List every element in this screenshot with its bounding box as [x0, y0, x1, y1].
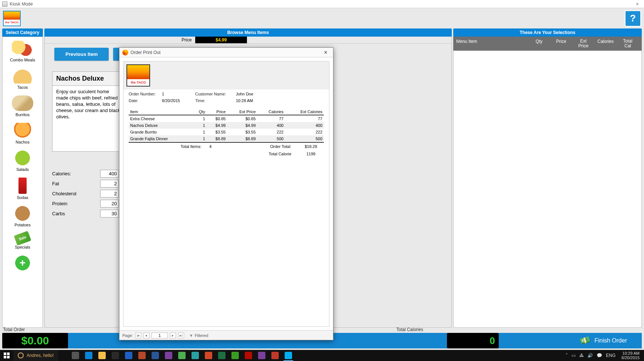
- category-item[interactable]: Tacos: [3, 66, 43, 93]
- receipt-col: Ext Calories: [285, 109, 324, 115]
- pager-next-button[interactable]: ▸: [170, 333, 176, 338]
- category-thumb: [14, 231, 31, 246]
- app2-icon: [271, 352, 279, 359]
- window-close-icon[interactable]: ×: [633, 1, 642, 7]
- taskbar-app-store[interactable]: [109, 350, 122, 361]
- tray-volume-icon[interactable]: 🔊: [587, 353, 593, 358]
- tray-notifications-icon[interactable]: 💬: [597, 353, 602, 358]
- category-thumb: [18, 178, 27, 194]
- pager-page-input[interactable]: [152, 333, 168, 338]
- tray-chevron-up-icon[interactable]: ˄: [566, 353, 568, 358]
- col-total-cal: TotalCal: [617, 39, 639, 48]
- category-thumb: [12, 41, 33, 56]
- nutrition-value: 20: [100, 200, 119, 208]
- system-tray[interactable]: ˄ ▭ 🖧 🔊 💬 ENG 10:29 AM 8/20/2015: [566, 351, 644, 360]
- nutrition-row: Protein 20: [52, 200, 119, 208]
- pager-first-button[interactable]: |◂: [135, 333, 141, 338]
- dialog-titlebar[interactable]: Order Print Out ×: [119, 48, 333, 57]
- category-label: Combo Meals: [10, 58, 35, 62]
- logo-text: the TACO MAKER: [4, 20, 20, 26]
- nutrition-key: Cholesterol: [52, 191, 100, 196]
- cortana-icon: [18, 352, 24, 358]
- nutrition-value: 400: [100, 170, 119, 178]
- onenote-icon: [165, 352, 172, 359]
- nutrition-key: Fat: [52, 181, 100, 186]
- word-icon: [152, 352, 159, 359]
- category-item[interactable]: [3, 253, 43, 276]
- col-calories: Calories: [594, 39, 617, 48]
- category-item[interactable]: Potatoes: [3, 203, 43, 231]
- pager-filter-label[interactable]: Filtered: [195, 333, 209, 338]
- explorer-icon: [98, 352, 106, 359]
- taskbar-app-onenote[interactable]: [162, 350, 175, 361]
- taskbar-app-access[interactable]: [136, 350, 148, 361]
- tray-network-icon[interactable]: 🖧: [579, 353, 584, 358]
- category-label: Potatoes: [14, 223, 30, 227]
- cortana-search[interactable]: Andres, hello!: [13, 350, 58, 361]
- item-price: $4.99: [195, 37, 247, 43]
- taskbar-app-utorrent[interactable]: [229, 350, 241, 361]
- pager-prev-button[interactable]: ◂: [143, 333, 149, 338]
- category-item[interactable]: Specials: [3, 231, 43, 253]
- windows-taskbar: Andres, hello! ˄ ▭ 🖧 🔊 💬 ENG 10:29 AM 8/…: [0, 350, 644, 361]
- svg-rect-3: [7, 356, 10, 358]
- app-logo: the TACO MAKER: [3, 11, 21, 26]
- receipt-col: Calories: [257, 109, 285, 115]
- total-calories-label: Total Calories: [396, 327, 423, 332]
- nutrition-table: Calories: 400Fat 2Cholesterol 2Protein 2…: [52, 170, 119, 220]
- taskbar-app-chrome[interactable]: [176, 350, 188, 361]
- taskbar-app-onenote2[interactable]: [255, 350, 268, 361]
- receipt-col: Ext Price: [227, 109, 257, 115]
- window-titlebar: Kiosk Mode ×: [0, 0, 644, 8]
- finish-order-button[interactable]: 💵 Finish Order: [565, 333, 642, 348]
- category-item[interactable]: Nachos: [3, 121, 43, 148]
- receipt-date: 8/20/2015: [162, 98, 195, 103]
- price-header: Price $4.99: [45, 37, 451, 44]
- category-thumb: [12, 206, 33, 221]
- dialog-title: Order Print Out: [131, 50, 160, 55]
- item-description: Enjoy our suculent home made chips with …: [52, 86, 126, 152]
- powerpoint-icon: [205, 352, 212, 359]
- category-item[interactable]: Salads: [3, 148, 43, 175]
- receipt-time: 10:28 AM: [236, 98, 324, 103]
- svg-rect-0: [4, 352, 6, 355]
- taskbar-app-app1[interactable]: [189, 350, 201, 361]
- receipt-order-number: 1: [162, 92, 195, 96]
- category-list[interactable]: Combo Meals Tacos Burritos Nachos Salads…: [2, 37, 43, 328]
- taskbar-time: 10:29 AM: [621, 351, 640, 355]
- excel-icon: [218, 352, 226, 359]
- taskbar-app-skype[interactable]: [282, 350, 295, 361]
- taskbar-app-outlook[interactable]: [122, 350, 135, 361]
- category-thumb: [12, 150, 33, 166]
- category-item[interactable]: Burritos: [3, 93, 43, 121]
- nutrition-row: Cholesterol 2: [52, 190, 119, 198]
- taskbar-app-app2[interactable]: [269, 350, 281, 361]
- category-label: Salads: [16, 167, 29, 172]
- pager-label: Page:: [122, 333, 133, 338]
- dialog-close-icon[interactable]: ×: [321, 50, 330, 55]
- category-item[interactable]: Combo Meals: [3, 38, 43, 66]
- filter-icon[interactable]: ▼: [189, 333, 193, 338]
- taskbar-app-explorer[interactable]: [96, 350, 108, 361]
- receipt-row: Extra Cheese1$0.85$0.857777: [129, 115, 324, 122]
- taskbar-app-taskview[interactable]: [69, 350, 82, 361]
- edge-icon: [85, 352, 92, 359]
- start-button[interactable]: [0, 350, 13, 361]
- skype-icon: [285, 352, 292, 359]
- selections-columns: Menu Item Qty Price ExtPrice Calories To…: [453, 37, 642, 51]
- taskbar-app-powerpoint[interactable]: [202, 350, 215, 361]
- category-item[interactable]: Sodas: [3, 175, 43, 203]
- svg-rect-2: [4, 356, 6, 358]
- taskbar-app-edge[interactable]: [82, 350, 95, 361]
- taskbar-app-acrobat[interactable]: [242, 350, 255, 361]
- previous-item-button[interactable]: Previous Item: [54, 48, 109, 61]
- order-printout-dialog: Order Print Out × the TACO MAKER Order N…: [119, 47, 333, 340]
- pager-last-button[interactable]: ▸|: [178, 333, 184, 338]
- taskbar-app-excel[interactable]: [216, 350, 228, 361]
- taskbar-clock[interactable]: 10:29 AM 8/20/2015: [619, 351, 642, 360]
- tray-battery-icon[interactable]: ▭: [572, 353, 576, 358]
- help-button[interactable]: ?: [625, 10, 641, 27]
- item-name: Nachos Deluxe: [52, 71, 126, 86]
- tray-language[interactable]: ENG: [606, 353, 616, 358]
- taskbar-app-word[interactable]: [149, 350, 162, 361]
